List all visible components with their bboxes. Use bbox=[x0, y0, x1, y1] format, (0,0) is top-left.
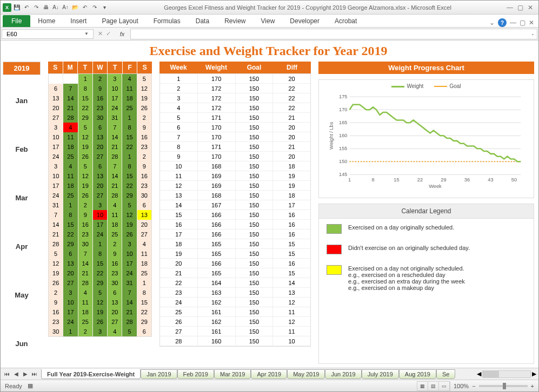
calendar-cell[interactable]: 7 bbox=[78, 249, 93, 259]
ribbon-tab[interactable]: Page Layout bbox=[94, 15, 145, 27]
calendar-cell[interactable]: 4 bbox=[108, 327, 122, 336]
calendar-cell[interactable]: 9 bbox=[137, 123, 151, 132]
calendar-cell[interactable]: 25 bbox=[137, 268, 151, 278]
calendar-cell[interactable] bbox=[63, 74, 78, 84]
calendar-cell[interactable]: 13 bbox=[93, 132, 108, 142]
calendar-cell[interactable]: 15 bbox=[137, 298, 151, 307]
maximize-icon[interactable]: ▢ bbox=[517, 4, 523, 11]
calendar-cell[interactable]: 23 bbox=[137, 181, 151, 191]
macro-icon[interactable]: ▦ bbox=[28, 382, 33, 389]
calendar-cell[interactable]: 24 bbox=[122, 268, 137, 278]
calendar-cell[interactable]: 28 bbox=[108, 152, 122, 161]
fx-icon[interactable]: fx bbox=[114, 31, 130, 37]
save-icon[interactable]: 💾 bbox=[12, 3, 21, 12]
ribbon-tab[interactable]: Developer bbox=[282, 15, 327, 27]
calendar-cell[interactable]: 19 bbox=[122, 220, 137, 229]
calendar-cell[interactable]: 18 bbox=[78, 307, 93, 317]
sheet-tab[interactable]: Jan 2019 bbox=[141, 369, 177, 379]
calendar-cell[interactable]: 27 bbox=[93, 191, 108, 200]
calendar-cell[interactable]: 23 bbox=[78, 229, 93, 239]
calendar-cell[interactable]: 2 bbox=[108, 239, 122, 249]
table-row[interactable]: 317215022 bbox=[160, 93, 310, 103]
expand-fx-icon[interactable]: ⌄ bbox=[531, 31, 535, 36]
calendar-cell[interactable]: 24 bbox=[108, 103, 122, 113]
calendar-cell[interactable]: 17 bbox=[63, 307, 78, 317]
calendar-cell[interactable]: 12 bbox=[49, 259, 63, 268]
calendar-cell[interactable]: 7 bbox=[49, 210, 63, 220]
calendar-cell[interactable]: 3 bbox=[49, 161, 63, 171]
calendar-cell[interactable]: 10 bbox=[63, 298, 78, 307]
table-row[interactable]: 917015020 bbox=[160, 152, 310, 161]
calendar-cell[interactable]: 23 bbox=[108, 268, 122, 278]
calendar-cell[interactable]: 16 bbox=[49, 307, 63, 317]
calendar-cell[interactable]: 19 bbox=[93, 307, 108, 317]
calendar-cell[interactable]: 26 bbox=[122, 229, 137, 239]
calendar-cell[interactable]: 21 bbox=[78, 268, 93, 278]
undo-icon[interactable]: ↶ bbox=[22, 3, 31, 12]
calendar-cell[interactable]: 12 bbox=[122, 210, 137, 220]
calendar-cell[interactable]: 18 bbox=[122, 93, 137, 103]
calendar-cell[interactable]: 6 bbox=[93, 161, 108, 171]
calendar-cell[interactable]: 1 bbox=[122, 152, 137, 161]
calendar-cell[interactable]: 11 bbox=[63, 171, 78, 181]
calendar-cell[interactable]: 29 bbox=[93, 278, 108, 288]
calendar-cell[interactable]: 14 bbox=[63, 93, 78, 103]
table-row[interactable]: 2516115011 bbox=[160, 307, 310, 317]
calendar-cell[interactable]: 7 bbox=[122, 288, 137, 298]
calendar-cell[interactable]: 11 bbox=[137, 249, 151, 259]
calendar-cell[interactable]: 18 bbox=[137, 259, 151, 268]
calendar-cell[interactable]: 13 bbox=[137, 210, 151, 220]
calendar-cell[interactable]: 16 bbox=[108, 259, 122, 268]
calendar-cell[interactable]: 24 bbox=[93, 229, 108, 239]
calendar-cell[interactable]: 17 bbox=[49, 181, 63, 191]
calendar-cell[interactable]: 15 bbox=[78, 93, 93, 103]
calendar-cell[interactable]: 9 bbox=[137, 161, 151, 171]
table-row[interactable]: 1216915019 bbox=[160, 181, 310, 191]
ribbon-tab[interactable]: View bbox=[254, 15, 283, 27]
calendar-cell[interactable]: 8 bbox=[78, 84, 93, 93]
calendar-cell[interactable]: 31 bbox=[122, 278, 137, 288]
calendar-cell[interactable]: 17 bbox=[108, 93, 122, 103]
calendar-cell[interactable]: 4 bbox=[78, 288, 93, 298]
zoom-slider[interactable] bbox=[479, 385, 528, 387]
calendar-cell[interactable]: 13 bbox=[63, 259, 78, 268]
calendar-cell[interactable]: 20 bbox=[108, 307, 122, 317]
calendar-cell[interactable]: 5 bbox=[78, 123, 93, 132]
cancel-fx-icon[interactable]: ✕ bbox=[98, 30, 103, 37]
calendar-cell[interactable]: 6 bbox=[137, 200, 151, 210]
calendar-cell[interactable]: 31 bbox=[49, 200, 63, 210]
calendar-cell[interactable]: 8 bbox=[93, 249, 108, 259]
calendar-cell[interactable]: 27 bbox=[93, 152, 108, 161]
calendar-cell[interactable]: 28 bbox=[49, 239, 63, 249]
calendar-cell[interactable]: 7 bbox=[108, 161, 122, 171]
calendar-cell[interactable]: 19 bbox=[137, 93, 151, 103]
calendar-cell[interactable]: 3 bbox=[93, 327, 108, 336]
table-row[interactable]: 217215022 bbox=[160, 84, 310, 93]
calendar-cell[interactable]: 19 bbox=[78, 142, 93, 152]
calendar-cell[interactable]: 20 bbox=[93, 142, 108, 152]
print-icon[interactable]: 🖶 bbox=[42, 3, 50, 12]
next-sheet-icon[interactable]: ▶ bbox=[21, 371, 30, 377]
calendar-cell[interactable]: 2 bbox=[78, 200, 93, 210]
calendar-cell[interactable]: 14 bbox=[108, 171, 122, 181]
table-row[interactable]: 1416715017 bbox=[160, 200, 310, 210]
table-row[interactable]: 417215022 bbox=[160, 103, 310, 113]
calendar-cell[interactable]: 5 bbox=[137, 74, 151, 84]
calendar-cell[interactable]: 24 bbox=[49, 191, 63, 200]
calendar-cell[interactable]: 2 bbox=[137, 113, 151, 123]
table-row[interactable]: 2016615016 bbox=[160, 259, 310, 268]
prev-sheet-icon[interactable]: ◀ bbox=[12, 371, 21, 377]
scroll-right-icon[interactable]: ▶ bbox=[532, 370, 536, 377]
calendar-cell[interactable]: 22 bbox=[122, 142, 137, 152]
qat-dropdown-icon[interactable]: ▾ bbox=[100, 3, 109, 12]
calendar-cell[interactable]: 18 bbox=[63, 181, 78, 191]
redo2-icon[interactable]: ↷ bbox=[90, 3, 99, 12]
calendar-cell[interactable]: 14 bbox=[108, 132, 122, 142]
ribbon-tab[interactable]: Review bbox=[217, 15, 253, 27]
calendar-cell[interactable]: 18 bbox=[63, 142, 78, 152]
calendar-cell[interactable]: 5 bbox=[122, 327, 137, 336]
calendar-cell[interactable]: 13 bbox=[93, 171, 108, 181]
calendar-cell[interactable]: 23 bbox=[93, 103, 108, 113]
sheet-tab[interactable]: Mar 2019 bbox=[214, 369, 251, 379]
calendar-cell[interactable]: 31 bbox=[108, 113, 122, 123]
